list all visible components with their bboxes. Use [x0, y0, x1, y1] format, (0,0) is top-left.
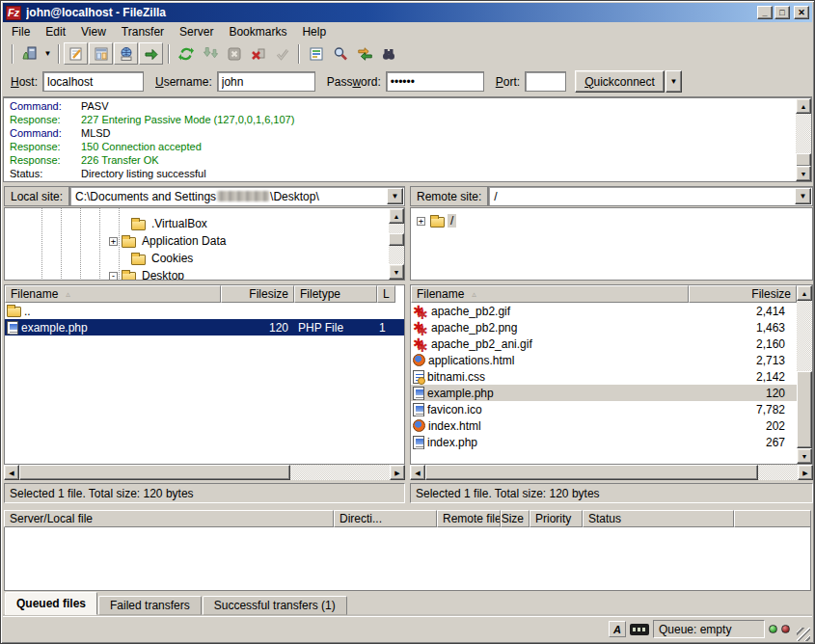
menu-edit[interactable]: Edit: [38, 23, 73, 40]
tree-item-root[interactable]: + /: [411, 212, 795, 229]
quickconnect-dropdown[interactable]: ▼: [666, 70, 682, 93]
expand-icon[interactable]: +: [417, 217, 425, 226]
process-queue-button[interactable]: [198, 42, 222, 65]
local-site-dropdown[interactable]: ▼: [387, 188, 403, 204]
column-header-lastmodified[interactable]: L: [377, 285, 395, 303]
file-row[interactable]: apache_pb2.png 1,463: [411, 319, 797, 335]
scrollbar-thumb[interactable]: [389, 233, 404, 246]
log-scrollbar[interactable]: ▲ ▼: [796, 98, 811, 181]
file-row[interactable]: applications.html 2,713: [411, 352, 797, 368]
file-row[interactable]: bitnami.css 2,142: [411, 368, 797, 385]
abort-transfers-button[interactable]: [270, 42, 294, 65]
resize-grip[interactable]: [797, 628, 810, 641]
chevron-down-icon: ▼: [800, 192, 807, 201]
password-input[interactable]: [386, 71, 484, 92]
close-button[interactable]: ✕: [794, 6, 809, 19]
scroll-down-icon[interactable]: ▼: [796, 166, 811, 181]
remote-list-header: Filename▵ Filesize: [411, 285, 797, 303]
scroll-down-icon[interactable]: ▼: [797, 448, 812, 464]
queue-list[interactable]: [4, 527, 811, 591]
minimize-button[interactable]: _: [757, 6, 773, 19]
find-files-button[interactable]: [376, 42, 400, 65]
tree-item-virtualbox[interactable]: .VirtualBox: [5, 215, 387, 232]
scroll-up-icon[interactable]: ▲: [796, 98, 811, 114]
local-tree-scrollbar[interactable]: ▲ ▼: [389, 208, 404, 280]
column-header-direction[interactable]: Directi...: [334, 510, 437, 527]
collapse-icon[interactable]: -: [109, 272, 118, 281]
scrollbar-thumb[interactable]: [425, 465, 758, 480]
file-row[interactable]: favicon.ico 7,782: [411, 401, 797, 417]
file-row[interactable]: apache_pb2.gif 2,414: [411, 303, 797, 319]
site-manager-button[interactable]: [17, 42, 41, 65]
cancel-operation-button[interactable]: [222, 42, 246, 65]
file-row[interactable]: index.php 267: [411, 434, 797, 450]
indicator-badge-icon[interactable]: [630, 624, 649, 635]
scroll-left-icon[interactable]: ◀: [410, 465, 425, 480]
process-queue-icon: [203, 46, 218, 62]
menu-transfer[interactable]: Transfer: [114, 23, 172, 40]
host-input[interactable]: [42, 71, 144, 92]
file-row-parent-dir[interactable]: ..: [5, 303, 404, 319]
username-input[interactable]: [217, 71, 315, 92]
scrollbar-thumb[interactable]: [796, 153, 811, 167]
scroll-right-icon[interactable]: ▶: [390, 465, 405, 480]
scrollbar-thumb[interactable]: [19, 465, 290, 480]
site-manager-dropdown[interactable]: ▼: [41, 42, 54, 65]
column-header-filler: [734, 510, 811, 527]
tree-item-desktop[interactable]: - Desktop: [5, 267, 387, 281]
column-header-server-local-file[interactable]: Server/Local file: [4, 510, 334, 527]
column-header-filename[interactable]: Filename▵: [5, 285, 221, 303]
remote-list-scrollbar[interactable]: ▲ ▼: [797, 285, 812, 464]
local-site-combobox[interactable]: C:\Documents and Settings\Desktop\ ▼: [69, 186, 405, 206]
column-header-priority[interactable]: Priority: [530, 510, 583, 527]
menu-bookmarks[interactable]: Bookmarks: [221, 23, 294, 40]
file-row[interactable]: index.html 202: [411, 417, 797, 434]
menu-view[interactable]: View: [73, 23, 114, 40]
toggle-local-tree-button[interactable]: [89, 42, 113, 65]
refresh-button[interactable]: [174, 42, 198, 65]
toggle-remote-tree-button[interactable]: [114, 42, 138, 65]
column-header-status[interactable]: Status: [583, 510, 734, 527]
directory-comparison-button[interactable]: [352, 42, 376, 65]
comparison-icon: [357, 46, 372, 62]
maximize-button[interactable]: □: [774, 6, 790, 19]
scroll-up-icon[interactable]: ▲: [797, 285, 812, 301]
column-header-filesize[interactable]: Filesize: [221, 285, 294, 303]
disconnect-button[interactable]: [246, 42, 270, 65]
remote-site-combobox[interactable]: / ▼: [488, 186, 813, 206]
local-path-prefix: C:\Documents and Settings: [75, 190, 216, 203]
menu-file[interactable]: File: [4, 23, 38, 40]
remote-site-dropdown[interactable]: ▼: [795, 188, 811, 204]
file-search-button[interactable]: [328, 42, 352, 65]
tree-item-application-data[interactable]: + Application Data: [5, 232, 387, 250]
tab-queued-files[interactable]: Queued files: [5, 592, 97, 615]
css-file-icon: [413, 370, 424, 384]
column-header-size[interactable]: Size: [501, 510, 530, 527]
transfer-type-indicator-icon[interactable]: A: [609, 621, 626, 637]
remote-horizontal-scrollbar[interactable]: ◀ ▶: [410, 465, 813, 480]
tab-successful-transfers[interactable]: Successful transfers (1): [203, 596, 347, 615]
filter-button[interactable]: [304, 42, 328, 65]
toggle-transfer-queue-button[interactable]: [139, 42, 163, 65]
column-header-filesize[interactable]: Filesize: [689, 285, 797, 303]
port-input[interactable]: [525, 71, 566, 92]
file-row[interactable]: apache_pb2_ani.gif 2,160: [411, 335, 797, 352]
column-header-filetype[interactable]: Filetype: [294, 285, 377, 303]
scroll-up-icon[interactable]: ▲: [389, 208, 404, 224]
local-horizontal-scrollbar[interactable]: ◀ ▶: [4, 465, 405, 480]
menu-help[interactable]: Help: [294, 23, 334, 40]
tree-item-cookies[interactable]: Cookies: [5, 250, 387, 267]
scroll-down-icon[interactable]: ▼: [389, 264, 404, 280]
quickconnect-button[interactable]: Quickconnect: [575, 70, 665, 93]
column-header-filename[interactable]: Filename▵: [411, 285, 689, 303]
file-row-example-php[interactable]: example.php 120 PHP File 1: [5, 319, 404, 335]
scrollbar-thumb[interactable]: [797, 371, 812, 448]
scroll-left-icon[interactable]: ◀: [4, 465, 19, 480]
column-header-remote-file[interactable]: Remote file: [437, 510, 501, 527]
file-row-example-php[interactable]: example.php 120: [411, 385, 797, 401]
menu-server[interactable]: Server: [172, 23, 221, 40]
scroll-right-icon[interactable]: ▶: [798, 465, 813, 480]
tab-failed-transfers[interactable]: Failed transfers: [98, 596, 202, 615]
toggle-message-log-button[interactable]: [64, 42, 88, 65]
expand-icon[interactable]: +: [109, 237, 118, 246]
